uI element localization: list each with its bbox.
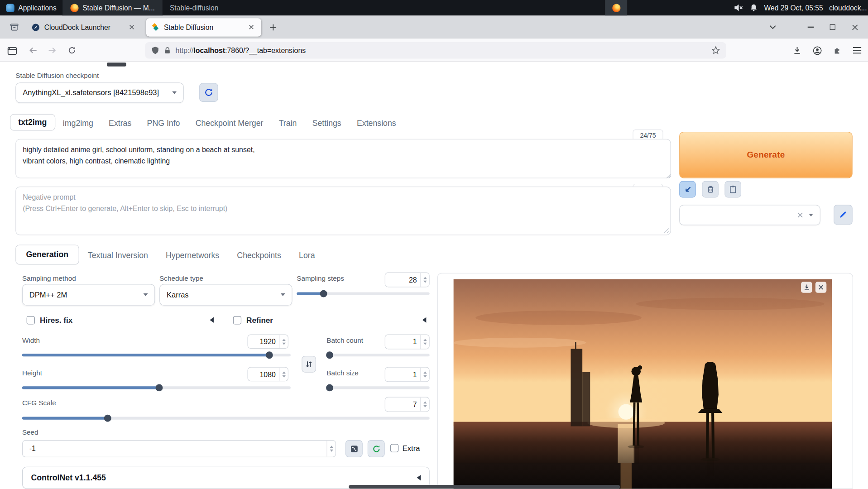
sampling-steps-slider[interactable] xyxy=(297,289,429,297)
number-stepper[interactable] xyxy=(279,368,288,381)
site-info-lock-icon[interactable] xyxy=(164,46,171,54)
tab-checkpoints[interactable]: Checkpoints xyxy=(228,246,290,265)
cfg-scale-slider[interactable] xyxy=(22,414,430,422)
browser-tab-stable-diffusion[interactable]: Stable Diffusion xyxy=(146,18,261,36)
height-slider[interactable] xyxy=(22,384,291,391)
resize-handle[interactable] xyxy=(663,227,669,233)
edit-styles-button[interactable] xyxy=(834,205,853,225)
list-all-tabs-button[interactable] xyxy=(765,19,781,35)
slider-knob[interactable] xyxy=(104,414,111,422)
back-button[interactable] xyxy=(25,43,41,58)
width-input[interactable]: 1920 xyxy=(247,334,288,349)
extra-seed-checkbox[interactable] xyxy=(390,444,398,452)
account-button[interactable] xyxy=(809,43,825,58)
schedule-type-dropdown[interactable]: Karras xyxy=(159,284,292,306)
volume-muted-icon[interactable] xyxy=(734,3,743,12)
number-stepper[interactable] xyxy=(326,441,336,456)
slider-knob[interactable] xyxy=(326,351,333,359)
schedule-type-value: Karras xyxy=(167,291,189,299)
slider-knob[interactable] xyxy=(320,290,327,297)
random-seed-button[interactable] xyxy=(345,440,363,457)
tab-train[interactable]: Train xyxy=(271,115,305,130)
sidebar-toggle-button[interactable] xyxy=(5,43,20,58)
url-scheme: http:// xyxy=(176,46,194,54)
sampling-steps-input[interactable]: 28 xyxy=(385,273,430,288)
apply-styles-button[interactable] xyxy=(724,181,741,198)
applications-menu-button[interactable]: Applications xyxy=(0,0,62,15)
number-stepper[interactable] xyxy=(420,273,429,287)
styles-dropdown[interactable] xyxy=(679,205,820,225)
tracking-shield-icon[interactable] xyxy=(151,46,159,55)
reuse-seed-button[interactable] xyxy=(368,440,385,457)
forward-button[interactable] xyxy=(44,43,60,58)
height-input[interactable]: 1080 xyxy=(247,367,288,382)
cfg-scale-input[interactable]: 7 xyxy=(385,397,430,412)
firefox-tray-launcher[interactable] xyxy=(605,0,627,15)
tab-textual-inversion[interactable]: Textual Inversion xyxy=(79,246,157,265)
number-stepper[interactable] xyxy=(420,335,429,349)
tab-lora[interactable]: Lora xyxy=(290,246,324,265)
number-stepper[interactable] xyxy=(420,398,429,412)
reload-button[interactable] xyxy=(64,43,80,58)
new-tab-button[interactable] xyxy=(266,20,280,34)
tab-close-button[interactable] xyxy=(127,22,137,32)
extensions-button[interactable] xyxy=(829,43,844,58)
batch-size-slider[interactable] xyxy=(326,384,429,391)
number-stepper[interactable] xyxy=(279,335,288,348)
maximize-button[interactable] xyxy=(825,19,840,35)
notifications-bell-icon[interactable] xyxy=(750,3,758,12)
checkpoint-dropdown[interactable]: AnythingXL_xl.safetensors [8421598e93] xyxy=(15,82,184,103)
generate-button[interactable]: Generate xyxy=(679,132,853,178)
negative-prompt-textarea[interactable]: Negative prompt (Press Ctrl+Enter to gen… xyxy=(15,187,671,235)
refresh-checkpoint-button[interactable] xyxy=(199,83,218,102)
horizontal-scrollbar-thumb[interactable] xyxy=(349,485,620,489)
clear-prompt-button[interactable] xyxy=(702,181,719,198)
prompt-textarea[interactable]: highly detailed anime girl, school unifo… xyxy=(15,139,671,178)
close-image-button[interactable] xyxy=(815,282,826,292)
tab-settings[interactable]: Settings xyxy=(305,115,349,130)
refiner-accordion[interactable]: Refiner xyxy=(230,312,429,328)
clock[interactable]: Wed 29 Oct, 05:55 xyxy=(764,4,823,12)
tab-hypernetworks[interactable]: Hypernetworks xyxy=(157,246,228,265)
taskbar-window-firefox[interactable]: Stable Diffusion — M... xyxy=(62,0,162,15)
tab-extensions[interactable]: Extensions xyxy=(349,115,404,130)
hires-fix-label: Hires. fix xyxy=(40,316,72,325)
swap-dimensions-button[interactable] xyxy=(302,356,316,373)
tab-checkpoint-merger[interactable]: Checkpoint Merger xyxy=(188,115,271,130)
url-bar[interactable]: http://localhost:7860/?__tab=extensions xyxy=(145,42,726,59)
generated-image[interactable] xyxy=(453,279,832,489)
refiner-checkbox[interactable] xyxy=(233,316,241,324)
batch-count-slider[interactable] xyxy=(326,351,429,359)
minimize-button[interactable] xyxy=(803,19,818,35)
batch-count-input[interactable]: 1 xyxy=(385,334,430,349)
hires-fix-checkbox[interactable] xyxy=(27,316,35,324)
slider-track[interactable] xyxy=(326,386,429,389)
tab-img2img[interactable]: img2img xyxy=(55,115,101,130)
paste-generation-params-button[interactable] xyxy=(679,181,696,198)
slider-track[interactable] xyxy=(326,354,429,356)
hires-fix-accordion[interactable]: Hires. fix xyxy=(17,312,221,328)
sampling-method-dropdown[interactable]: DPM++ 2M xyxy=(22,284,155,306)
tab-extras[interactable]: Extras xyxy=(101,115,139,130)
seed-input[interactable]: -1 xyxy=(22,440,336,457)
menu-button[interactable] xyxy=(849,43,864,58)
downloads-button[interactable] xyxy=(789,43,805,58)
tab-txt2img[interactable]: txt2img xyxy=(10,114,55,131)
browser-tab-clouddock[interactable]: CloudDock Launcher xyxy=(27,18,142,36)
firefox-view-button[interactable] xyxy=(7,19,22,35)
number-stepper[interactable] xyxy=(420,368,429,382)
save-image-button[interactable] xyxy=(801,282,812,292)
browser-nav-bar: http://localhost:7860/?__tab=extensions xyxy=(0,39,868,62)
slider-knob[interactable] xyxy=(326,384,333,391)
clear-icon[interactable] xyxy=(797,212,803,218)
width-slider[interactable] xyxy=(22,351,291,359)
taskbar-window-stable-diffusion[interactable]: Stable-diffusion xyxy=(162,0,226,15)
bookmark-star-button[interactable] xyxy=(711,46,720,55)
tab-generation[interactable]: Generation xyxy=(15,244,79,264)
slider-knob[interactable] xyxy=(265,351,273,359)
close-window-button[interactable] xyxy=(847,19,863,35)
tab-png-info[interactable]: PNG Info xyxy=(139,115,187,130)
batch-size-input[interactable]: 1 xyxy=(385,367,430,382)
slider-knob[interactable] xyxy=(155,384,163,391)
tab-close-button[interactable] xyxy=(246,22,256,32)
